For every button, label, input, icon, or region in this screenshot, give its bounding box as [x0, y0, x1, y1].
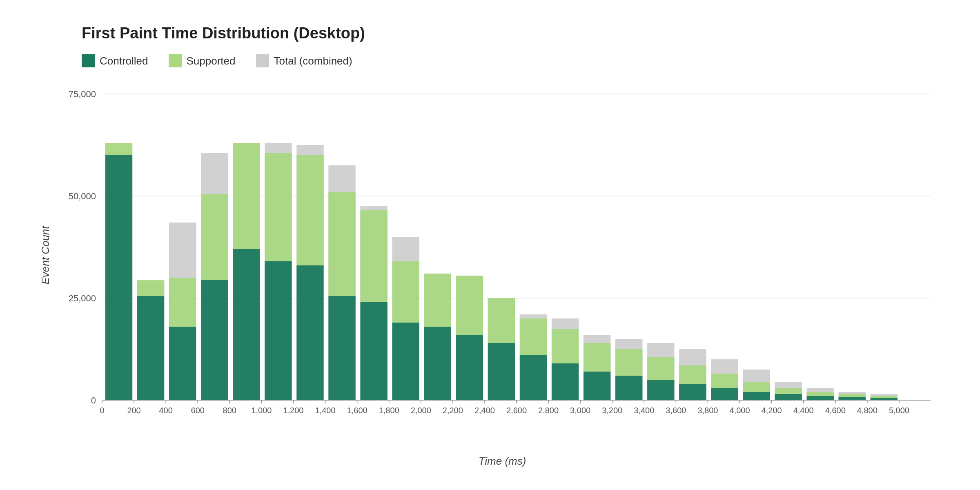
svg-text:3,600: 3,600 [666, 406, 686, 415]
chart-title: First Paint Time Distribution (Desktop) [82, 24, 947, 42]
svg-rect-14 [105, 155, 132, 400]
svg-rect-40 [392, 261, 419, 323]
svg-rect-71 [711, 388, 738, 400]
svg-text:4,400: 4,400 [793, 406, 814, 415]
svg-rect-47 [456, 335, 483, 400]
svg-rect-55 [552, 329, 579, 363]
svg-rect-61 [615, 349, 642, 376]
svg-rect-82 [839, 394, 866, 397]
svg-rect-17 [137, 296, 164, 400]
svg-text:200: 200 [127, 406, 140, 415]
svg-text:1,400: 1,400 [315, 406, 336, 415]
svg-rect-83 [839, 397, 866, 400]
svg-text:2,200: 2,200 [443, 406, 463, 415]
svg-rect-25 [233, 143, 260, 249]
svg-text:3,000: 3,000 [570, 406, 590, 415]
svg-rect-58 [584, 343, 610, 372]
svg-rect-23 [201, 280, 228, 400]
svg-text:3,200: 3,200 [602, 406, 622, 415]
svg-rect-80 [807, 396, 834, 400]
svg-rect-20 [169, 327, 196, 400]
svg-rect-31 [296, 155, 323, 265]
svg-rect-46 [456, 276, 483, 335]
svg-rect-52 [520, 318, 547, 355]
svg-rect-2 [256, 54, 269, 67]
svg-rect-35 [328, 296, 355, 400]
svg-rect-64 [647, 357, 674, 380]
svg-text:1,200: 1,200 [283, 406, 303, 415]
svg-rect-16 [137, 280, 164, 296]
svg-rect-62 [615, 376, 642, 400]
svg-text:400: 400 [159, 406, 172, 415]
svg-rect-34 [328, 192, 355, 296]
svg-text:1,800: 1,800 [379, 406, 399, 415]
svg-rect-67 [679, 365, 706, 384]
svg-rect-77 [775, 394, 802, 400]
chart-svg: 025,00050,00075,00002004006008001,0001,2… [57, 80, 947, 431]
legend-label-supported: Supported [187, 55, 236, 67]
legend-item-supported: Supported [169, 54, 236, 67]
svg-text:2,800: 2,800 [538, 406, 559, 415]
svg-text:2,000: 2,000 [411, 406, 431, 415]
svg-rect-28 [265, 153, 292, 261]
svg-rect-59 [584, 372, 610, 400]
svg-rect-41 [392, 323, 419, 400]
svg-rect-1 [169, 54, 182, 67]
total-swatch [256, 54, 269, 67]
svg-text:4,800: 4,800 [857, 406, 878, 415]
svg-text:0: 0 [91, 395, 96, 405]
chart-area: Event Count Time (ms) 025,00050,00075,00… [57, 80, 947, 431]
svg-rect-74 [743, 392, 770, 400]
svg-rect-85 [871, 396, 898, 398]
svg-rect-56 [552, 363, 579, 400]
svg-rect-44 [424, 327, 451, 400]
legend-label-total: Total (combined) [274, 55, 352, 67]
svg-text:0: 0 [100, 406, 104, 415]
svg-text:2,400: 2,400 [474, 406, 495, 415]
svg-rect-86 [871, 398, 898, 400]
legend-item-total: Total (combined) [256, 54, 352, 67]
svg-text:3,400: 3,400 [634, 406, 654, 415]
svg-rect-79 [807, 392, 834, 396]
svg-text:4,000: 4,000 [730, 406, 750, 415]
svg-text:600: 600 [191, 406, 205, 415]
svg-rect-0 [82, 54, 95, 67]
svg-rect-13 [105, 143, 132, 155]
svg-text:1,600: 1,600 [347, 406, 368, 415]
legend-label-controlled: Controlled [100, 55, 148, 67]
svg-rect-73 [743, 382, 770, 392]
svg-text:2,600: 2,600 [506, 406, 527, 415]
svg-text:25,000: 25,000 [69, 293, 96, 303]
svg-rect-29 [265, 261, 292, 400]
legend-item-controlled: Controlled [82, 54, 148, 67]
svg-text:75,000: 75,000 [69, 89, 96, 99]
svg-rect-32 [296, 265, 323, 400]
svg-text:4,600: 4,600 [825, 406, 846, 415]
supported-swatch [169, 54, 182, 67]
svg-text:4,200: 4,200 [762, 406, 782, 415]
svg-rect-50 [488, 343, 515, 400]
svg-text:5,000: 5,000 [889, 406, 909, 415]
svg-rect-65 [647, 380, 674, 400]
svg-text:3,800: 3,800 [697, 406, 718, 415]
svg-rect-38 [360, 302, 387, 400]
svg-rect-70 [711, 374, 738, 388]
svg-rect-76 [775, 388, 802, 394]
controlled-swatch [82, 54, 95, 67]
svg-rect-53 [520, 355, 547, 400]
svg-text:1,000: 1,000 [251, 406, 272, 415]
svg-text:800: 800 [223, 406, 236, 415]
legend: Controlled Supported Total (combined) [82, 54, 947, 67]
svg-text:50,000: 50,000 [69, 191, 96, 201]
svg-rect-43 [424, 274, 451, 327]
svg-rect-22 [201, 194, 228, 280]
svg-rect-68 [679, 384, 706, 400]
chart-container: First Paint Time Distribution (Desktop) … [0, 0, 980, 490]
svg-rect-19 [169, 278, 196, 327]
x-axis-label: Time (ms) [479, 455, 526, 468]
svg-rect-26 [233, 249, 260, 400]
svg-rect-37 [360, 210, 387, 302]
svg-rect-49 [488, 298, 515, 343]
y-axis-label: Event Count [39, 226, 52, 284]
